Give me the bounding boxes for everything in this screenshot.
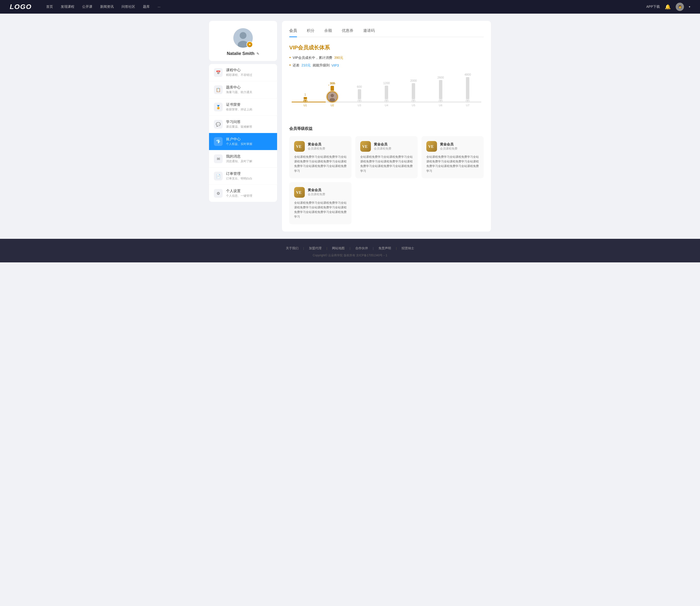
settings-subtitle: 个人信息、一键管理 [226,194,252,198]
vip-ve-icon-3: VE [428,144,435,149]
vip-badge-icon: ★ [246,41,253,48]
level-u7-bar [466,77,469,99]
level-u7-dot [466,99,469,102]
benefit-sub-2: 会员课程免费 [374,147,391,151]
level-u1-dot [304,99,307,102]
user-avatar-header[interactable]: 👩 [676,3,684,11]
sidebar: ★ Natalie Smith ✎ 📅 课程中心 精彩课程、不容错过 📋 题库中… [209,21,277,232]
benefit-card-3: VE 黄金会员 会员课程免费 全站课程免费学习全站课程免费学习全站课程免费学习全… [421,136,484,178]
course-center-title: 课程中心 [226,68,252,72]
user-menu-chevron-icon[interactable]: ▾ [689,5,690,8]
edit-profile-icon[interactable]: ✎ [257,52,259,56]
level-u1-bar [304,97,307,99]
exam-center-title: 题库中心 [226,85,252,90]
level-u3-label: U3 [358,104,361,107]
account-subtitle: 个人权益、实时掌握 [226,142,252,146]
sidebar-nav: 📅 课程中心 精彩课程、不容错过 📋 题库中心 海量习题、助力通关 🏅 证书荣誉… [209,64,277,202]
level-u2: ✦ ✦ ✦ 300 U2 [319,82,346,107]
level-u1-value: 1 [304,93,306,96]
benefit-name-1: 黄金会员 [308,142,325,147]
level-u4: 1200 U4 [373,81,400,107]
sidebar-item-certificate[interactable]: 🏅 证书荣誉 收获荣誉、持证上岗 [209,98,277,116]
benefit-desc-2: 全站课程免费学习全站课程免费学习全站课程免费学习全站课程免费学习全站课程免费学习… [360,155,413,173]
nav-news[interactable]: 新闻资讯 [100,5,114,9]
qa-title: 学习问答 [226,120,252,124]
nav-more[interactable]: ··· [158,5,161,9]
benefit-sub-4: 会员课程免费 [308,192,325,196]
vip-ve-icon-2: VE [362,144,369,149]
svg-text:VE: VE [296,190,301,194]
header-right: APP下载 🔔 👩 ▾ [646,3,690,11]
profile-card: ★ Natalie Smith ✎ [209,21,277,61]
benefit-desc-3: 全站课程免费学习全站课程免费学习全站课程免费学习全站课程免费学习全站课程免费学习… [426,155,479,173]
tab-balance[interactable]: 余额 [324,28,332,37]
svg-text:VE: VE [296,144,301,148]
svg-point-4 [331,94,334,97]
nav-home[interactable]: 首页 [46,5,53,9]
level-u4-label: U4 [385,104,388,107]
sidebar-item-course-center[interactable]: 📅 课程中心 精彩课程、不容错过 [209,64,277,81]
account-title: 账户中心 [226,137,252,142]
level-u3-bar [358,89,361,99]
footer-link-franchise[interactable]: 加盟代理 [304,246,327,251]
level-u3-value: 600 [357,85,362,89]
footer-copyright: Copyright© 云朵商学院 版权所有 京ICP备17051340号－1 [5,253,695,258]
nav-qa[interactable]: 问答社区 [122,5,135,9]
benefits-section-title: 会员等级权益 [289,126,484,131]
level-u7: 4800 U7 [454,73,481,107]
benefit-cards-grid: VE 黄金会员 会员课程免费 全站课程免费学习全站课程免费学习全站课程免费学习全… [289,136,484,224]
nav-exam[interactable]: 题库 [143,5,150,9]
benefit-desc-4: 全站课程免费学习全站课程免费学习全站课程免费学习全站课程免费学习全站课程免费学习… [294,201,346,219]
sidebar-item-account[interactable]: 💎 账户中心 个人权益、实时掌握 [209,133,277,150]
footer-link-sitemap[interactable]: 网站地图 [327,246,349,251]
footer-link-disclaimer[interactable]: 免责声明 [373,246,396,251]
vip-info-2: 还差 210元 就能升级到 VIP3 [289,63,484,68]
sidebar-item-qa[interactable]: 💬 学习问答 课后重温、疑难解答 [209,116,277,133]
tab-invite[interactable]: 邀请码 [363,28,375,37]
sidebar-item-orders[interactable]: 📄 订单管理 订单支出、明明白白 [209,167,277,185]
certificate-title: 证书荣誉 [226,102,252,107]
app-download-link[interactable]: APP下载 [646,5,660,9]
svg-point-5 [330,98,335,102]
svg-text:VE: VE [362,144,367,148]
level-u4-bar [385,86,388,99]
messages-title: 我的消息 [226,154,252,159]
sidebar-item-messages[interactable]: ✉ 我的消息 消息通知、及时了解 [209,150,277,167]
level-u5-bar [412,83,415,99]
tab-coupons[interactable]: 优惠券 [342,28,354,37]
vip-gap-amount: 210元 [301,63,310,68]
nav-discover[interactable]: 发现课程 [61,5,74,9]
benefit-icon-2: VE [360,141,371,152]
level-u4-value: 1200 [383,81,390,85]
level-u6: 2600 U6 [427,76,454,107]
level-u5: 2000 U5 [400,79,427,107]
level-u2-label: U2 [331,104,334,107]
level-u3-dot [358,99,361,102]
vip-level-chart: 1 U1 ✦ ✦ ✦ 300 [289,75,484,116]
benefit-card-4: VE 黄金会员 会员课程免费 全站课程免费学习全站课程免费学习全站课程免费学习全… [289,182,352,224]
benefit-card-1: VE 黄金会员 会员课程免费 全站课程免费学习全站课程免费学习全站课程免费学习全… [289,136,352,178]
username-label: Natalie Smith [227,51,255,56]
tab-member[interactable]: 会员 [289,28,297,37]
main-nav: 首页 发现课程 公开课 新闻资讯 问答社区 题库 ··· [46,5,646,9]
avatar-wrap: ★ [233,28,253,48]
sidebar-item-settings[interactable]: ⚙ 个人设置 个人信息、一键管理 [209,185,277,202]
nav-open-course[interactable]: 公开课 [82,5,92,9]
footer-link-partners[interactable]: 合作伙伴 [351,246,373,251]
level-u2-user-avatar [327,91,338,102]
qa-subtitle: 课后重温、疑难解答 [226,125,252,129]
level-u6-bar [439,80,442,99]
footer-link-about[interactable]: 关于我们 [281,246,303,251]
notification-bell-icon[interactable]: 🔔 [665,4,671,10]
level-u7-label: U7 [466,104,469,107]
logo: LOGO [10,3,31,11]
vip-ve-icon-4: VE [296,190,303,195]
tab-points[interactable]: 积分 [307,28,315,37]
vip-spend-amount: 390元 [334,56,343,60]
messages-icon: ✉ [214,155,223,163]
course-center-icon: 📅 [214,68,223,77]
level-u2-bar [331,86,334,91]
course-center-subtitle: 精彩课程、不容错过 [226,73,252,77]
sidebar-item-exam-center[interactable]: 📋 题库中心 海量习题、助力通关 [209,81,277,98]
footer-link-recruit[interactable]: 招贤纳士 [397,246,419,251]
